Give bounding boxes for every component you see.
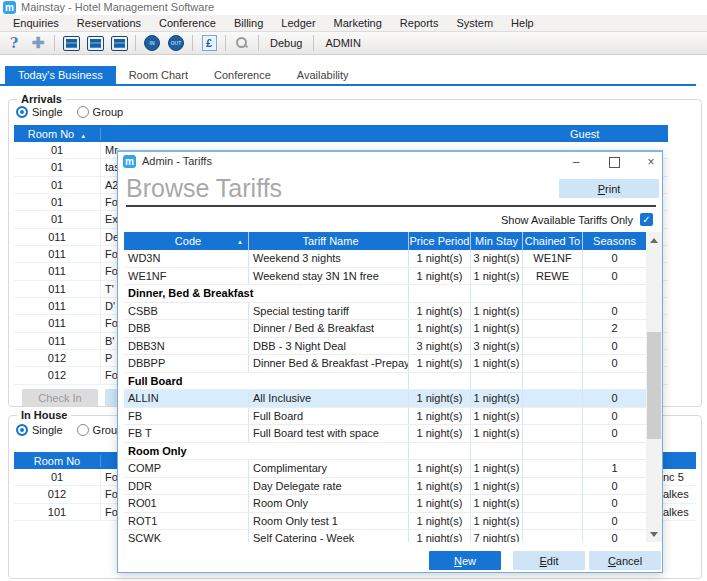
scroll-up-icon[interactable] [646, 232, 662, 248]
seasons-cell: 0 [583, 513, 646, 530]
chained-to-cell [523, 285, 583, 302]
column-header-price-period[interactable]: Price Period [409, 232, 471, 250]
tariff-row[interactable]: DBB3NDBB - 3 Night Deal3 night(s)3 night… [124, 338, 646, 356]
scrollbar-thumb[interactable] [647, 332, 661, 439]
tariff-row[interactable]: FB TFull Board test with space1 night(s)… [124, 425, 646, 443]
toolbar-separator [313, 35, 314, 51]
code-cell: WE1NF [124, 268, 249, 285]
tariff-row[interactable]: SCWKSelf Catering - Week1 night(s)7 nigh… [124, 530, 646, 542]
tab-today-s-business[interactable]: Today's Business [5, 66, 116, 85]
tariff-name-cell: Dinner / Bed & Breakfast [249, 320, 409, 337]
tariff-row[interactable]: COMPComplimentary1 night(s)1 night(s)1 [124, 460, 646, 478]
help-icon[interactable]: ? [4, 34, 24, 52]
in-house-radio-single[interactable]: Single [16, 424, 63, 436]
tab-conference[interactable]: Conference [201, 66, 284, 85]
menu-system[interactable]: System [447, 17, 502, 29]
tariff-row[interactable]: WD3NWeekend 3 nights1 night(s)3 night(s)… [124, 250, 646, 268]
tariff-group-row[interactable]: Room Only [124, 443, 646, 461]
menu-enquiries[interactable]: Enquiries [4, 17, 68, 29]
tariff-row[interactable]: RO01Room Only1 night(s)1 night(s)0 [124, 495, 646, 513]
check-out-icon[interactable]: OUT [166, 34, 186, 52]
tariff-name-cell: Self Catering - Week [249, 530, 409, 542]
tariff-row[interactable]: FBFull Board1 night(s)1 night(s)0 [124, 408, 646, 426]
seasons-cell: 0 [583, 495, 646, 512]
chained-to-cell [523, 338, 583, 355]
check-in-icon[interactable]: IN [142, 34, 162, 52]
guest-cell: T' [101, 281, 114, 297]
tariff-row[interactable]: DDRDay Delegate rate1 night(s)1 night(s)… [124, 478, 646, 496]
arrivals-radio-single[interactable]: Single [16, 106, 63, 118]
tariff-row[interactable]: DBBDinner / Bed & Breakfast1 night(s)1 n… [124, 320, 646, 338]
toolbar-separator [192, 35, 193, 51]
code-cell: DDR [124, 478, 249, 495]
min-stay-cell: 1 night(s) [471, 513, 523, 530]
check-in-button[interactable]: Check In [22, 389, 98, 406]
menu-ledger[interactable]: Ledger [272, 17, 324, 29]
close-icon[interactable]: × [639, 152, 663, 172]
tariff-name-cell: Complimentary [249, 460, 409, 477]
price-period-cell: 1 night(s) [409, 408, 471, 425]
seasons-cell: 1 [583, 460, 646, 477]
maximize-icon[interactable] [602, 152, 626, 172]
column-header-room-no[interactable]: Room No [14, 455, 101, 467]
print-button[interactable]: Print [559, 179, 659, 198]
guest-cell: Fo [101, 486, 118, 502]
search-icon[interactable] [232, 34, 252, 52]
room-plan-icon[interactable] [85, 34, 105, 52]
add-icon[interactable]: ✚ [28, 34, 48, 52]
edit-button[interactable]: Edit [513, 551, 585, 570]
menu-reports[interactable]: Reports [391, 17, 448, 29]
new-button[interactable]: New [429, 551, 501, 570]
menu-billing[interactable]: Billing [225, 17, 272, 29]
vertical-scrollbar[interactable] [646, 232, 662, 542]
scroll-down-icon[interactable] [646, 526, 662, 542]
filter-checkbox-label: Show Available Tariffs Only [501, 214, 633, 226]
column-header-min-stay[interactable]: Min Stay [471, 232, 523, 250]
tariff-group-row[interactable]: Dinner, Bed & Breakfast [124, 285, 646, 303]
debug-button[interactable]: Debug [265, 37, 307, 49]
price-period-cell: 1 night(s) [409, 513, 471, 530]
minimize-icon[interactable]: – [564, 152, 588, 172]
tab-availability[interactable]: Availability [284, 66, 362, 85]
menu-marketing[interactable]: Marketing [325, 17, 391, 29]
billing-icon[interactable]: £ [199, 34, 219, 52]
room-no-cell: 01 [14, 211, 101, 227]
arrivals-radio-group[interactable]: Group [77, 106, 124, 118]
room-list-icon[interactable] [61, 34, 81, 52]
room-no-cell: 011 [14, 281, 101, 297]
menu-help[interactable]: Help [502, 17, 543, 29]
tariff-row[interactable]: WE1NFWeekend stay 3N 1N free1 night(s)1 … [124, 268, 646, 286]
admin-button[interactable]: ADMIN [320, 37, 365, 49]
tariff-row[interactable]: ALLINAll Inclusive1 night(s)1 night(s)0 [124, 390, 646, 408]
column-header-code[interactable]: Code▲ [124, 232, 249, 250]
room-no-cell: 01 [14, 194, 101, 210]
tariff-row[interactable]: DBBPPDinner Bed & Breakfast -Prepay1 nig… [124, 355, 646, 373]
tariff-row[interactable]: CSBBSpecial testing tariff1 night(s)1 ni… [124, 303, 646, 321]
dialog-title-bar[interactable]: m Admin - Tariffs – × [118, 152, 662, 172]
seasons-cell [583, 443, 646, 460]
menu-reservations[interactable]: Reservations [68, 17, 150, 29]
arrivals-title: Arrivals [17, 93, 66, 105]
column-header-seasons[interactable]: Seasons [583, 232, 646, 250]
code-cell: FB [124, 408, 249, 425]
heading-rule [126, 205, 656, 207]
dialog-logo-icon: m [123, 155, 136, 168]
tariffs-table-header: Code▲ Tariff Name Price Period Min Stay … [124, 232, 646, 250]
down-triangle [650, 532, 658, 537]
tariff-name-cell: Room Only test 1 [249, 513, 409, 530]
column-header-room-no[interactable]: Room No▲ [14, 128, 101, 140]
tariff-name-cell: Weekend 3 nights [249, 250, 409, 267]
seasons-cell: 0 [583, 268, 646, 285]
column-header-chained-to[interactable]: Chained To [523, 232, 583, 250]
cancel-button[interactable]: Cancel [589, 551, 661, 570]
filter-checkbox[interactable]: ✓ [640, 213, 653, 226]
tariff-group-row[interactable]: Full Board [124, 373, 646, 391]
tariff-row[interactable]: ROT1Room Only test 11 night(s)1 night(s)… [124, 513, 646, 531]
group-label-cell: Full Board [124, 373, 409, 390]
column-header-guest[interactable]: Guest [570, 128, 599, 140]
column-header-tariff-name[interactable]: Tariff Name [249, 232, 409, 250]
tab-room-chart[interactable]: Room Chart [116, 66, 201, 85]
room-chart-icon[interactable] [109, 34, 129, 52]
menu-conference[interactable]: Conference [150, 17, 225, 29]
min-stay-cell: 1 night(s) [471, 320, 523, 337]
